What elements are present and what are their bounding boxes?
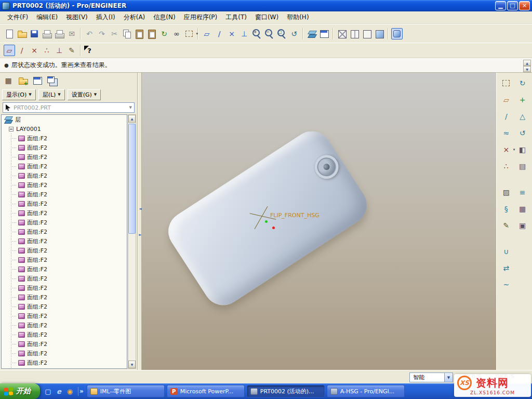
view-mgr-icon[interactable]: ▦ [517, 203, 528, 215]
regenerate-icon[interactable]: ↻ [158, 28, 170, 39]
layer-tree-item[interactable]: 面组:F2 [2, 302, 127, 311]
hidden-line-view-icon[interactable] [349, 28, 360, 39]
sketch-icon[interactable]: ✎ [500, 220, 512, 231]
taskbar-task[interactable]: IML--零件图 [87, 385, 165, 397]
show-desktop-icon[interactable]: ▢ [44, 387, 52, 396]
layer-tree-item[interactable]: 面组:F2 [2, 349, 127, 358]
offset-point-icon[interactable]: ∴ [500, 161, 512, 172]
menu-item[interactable]: 分析(A) [119, 11, 150, 23]
menu-item[interactable]: 应用程序(P) [180, 11, 222, 23]
scroll-up-icon[interactable]: ▲ [128, 115, 136, 123]
graphics-viewport[interactable]: FLIP_FRONT_HSG [142, 73, 496, 370]
layer-tree-item[interactable]: 面组:F2 [2, 227, 127, 236]
csys-tool-icon[interactable]: ⊥ [54, 45, 65, 56]
media-player-icon[interactable]: ◉ [65, 387, 74, 396]
datum-axis-tool-icon[interactable]: / [16, 45, 28, 56]
enhanced-realism-icon[interactable] [391, 28, 403, 39]
scroll-down-icon[interactable]: ▼ [128, 361, 136, 368]
layer-tree-item[interactable]: 面组:F2 [2, 311, 127, 321]
shade-icon[interactable]: ◧ [517, 144, 528, 155]
swap-icon[interactable]: ⇄ [500, 262, 512, 274]
paste-icon[interactable] [134, 28, 145, 39]
layer-tree-item[interactable]: 面组:F2 [2, 367, 127, 369]
wireframe-view-icon[interactable] [336, 28, 348, 39]
layer-tree-group[interactable]: LAY0001 [2, 124, 127, 134]
layer-tree-item[interactable]: 面组:F2 [2, 162, 127, 171]
menu-item[interactable]: 插入(I) [92, 11, 119, 23]
shaded-view-icon[interactable] [374, 28, 385, 39]
taskbar-task[interactable]: PRT0002 (活动的)... [247, 385, 325, 397]
refit-view-icon[interactable]: ↻ [517, 77, 528, 89]
layer-tree-item[interactable]: 面组:F2 [2, 283, 127, 292]
layer-tree-item[interactable]: 面组:F2 [2, 171, 127, 180]
plot-icon[interactable] [54, 28, 65, 39]
layer-info-icon[interactable] [32, 75, 43, 86]
view-normal-icon[interactable]: △ [517, 111, 528, 122]
model-selector[interactable]: PRT0002.PRT ▼ [3, 102, 135, 113]
pan-zoom-icon[interactable]: + [517, 94, 528, 105]
menu-item[interactable]: 信息(N) [149, 11, 179, 23]
csys-display-icon[interactable]: ⊥ [238, 28, 250, 39]
layer-tree-item[interactable]: 面组:F2 [2, 255, 127, 264]
select-region-icon[interactable] [500, 77, 512, 89]
cut-icon[interactable]: ✂ [109, 28, 120, 39]
taskbar-task[interactable]: A-HSG - Pro/ENGI... [327, 385, 405, 397]
coil-icon[interactable]: § [500, 203, 512, 215]
cascade-windows-icon[interactable] [46, 75, 58, 86]
datum-plane-display-icon[interactable]: ▱ [201, 28, 212, 39]
selection-filter-combo[interactable]: 智能 ▼ [409, 373, 453, 382]
zoom-out-icon[interactable]: − [263, 28, 275, 39]
chevron-down-icon[interactable]: ▼ [444, 373, 453, 382]
refit-icon[interactable]: □ [276, 28, 287, 39]
redo-icon[interactable]: ↷ [96, 28, 108, 39]
open-icon[interactable] [16, 28, 28, 39]
layer-tree-root[interactable]: 层 [2, 115, 127, 124]
sketch-tool-icon[interactable]: ✎ [66, 45, 77, 56]
layer-tree-item[interactable]: 面组:F2 [2, 143, 127, 152]
layer-tree-item[interactable]: 面组:F2 [2, 190, 127, 199]
datum-axis-display-icon[interactable]: / [214, 28, 225, 39]
new-layer-icon[interactable]: + [17, 75, 29, 86]
context-help-icon[interactable]: ? [84, 45, 95, 56]
layer-tree-toggle-icon[interactable]: ▦ [3, 75, 14, 86]
reorient-icon[interactable]: ↺ [288, 28, 300, 39]
find-icon[interactable]: ∞ [171, 28, 182, 39]
restore-button[interactable]: □ [507, 1, 518, 10]
panel-splitter[interactable]: ◄ ► [138, 73, 142, 370]
layer-manager-icon[interactable]: ≡ [517, 187, 528, 198]
layer-tree-item[interactable]: 面组:F2 [2, 180, 127, 190]
datum-point-icon[interactable]: ×▾ [500, 144, 512, 155]
surface-icon[interactable]: ∪ [500, 246, 512, 257]
paste-special-icon[interactable] [146, 28, 157, 39]
send-email-icon[interactable]: ✉ [66, 28, 77, 39]
layer-tree-item[interactable]: 面组:F2 [2, 199, 127, 208]
collapse-icon[interactable] [9, 127, 14, 131]
offset-point-tool-icon[interactable]: ∴ [41, 45, 52, 56]
undo-icon[interactable]: ↶ [84, 28, 95, 39]
menu-item[interactable]: 编辑(E) [32, 11, 62, 23]
layers-icon[interactable] [306, 28, 317, 39]
show-menu-button[interactable]: 显示(O) ▼ [2, 89, 36, 100]
round-icon[interactable]: ~ [500, 279, 512, 290]
taskbar-task[interactable]: PMicrosoft PowerP... [167, 385, 245, 397]
datum-point-tool-icon[interactable]: × [29, 45, 40, 56]
layer-tree-item[interactable]: 面组:F2 [2, 358, 127, 367]
scroll-up-icon[interactable]: ▲ [523, 60, 531, 66]
layer-tree-item[interactable]: 面组:F2 [2, 339, 127, 349]
layer-tree-item[interactable]: 面组:F2 [2, 330, 127, 339]
scrollbar-thumb[interactable] [128, 124, 136, 234]
datum-axis-icon[interactable]: / [500, 111, 512, 122]
layer-tree-item[interactable]: 面组:F2 [2, 208, 127, 218]
scroll-down-icon[interactable]: ▼ [523, 66, 531, 72]
menu-item[interactable]: 文件(F) [3, 11, 32, 23]
saved-views-icon[interactable]: ▤ [517, 161, 528, 172]
section-icon[interactable]: ▨ [500, 187, 512, 198]
select-filter-icon[interactable]: ▾ [183, 28, 195, 39]
layer-tree-item[interactable]: 面组:F2 [2, 292, 127, 302]
view-manager-icon[interactable] [318, 28, 330, 39]
ie-icon[interactable]: e [55, 387, 63, 396]
layer-tree-item[interactable]: 面组:F2 [2, 218, 127, 227]
datum-plane-icon[interactable]: ▱ [500, 94, 512, 105]
layer-tree-item[interactable]: 面组:F2 [2, 236, 127, 246]
new-file-icon[interactable] [4, 28, 15, 39]
